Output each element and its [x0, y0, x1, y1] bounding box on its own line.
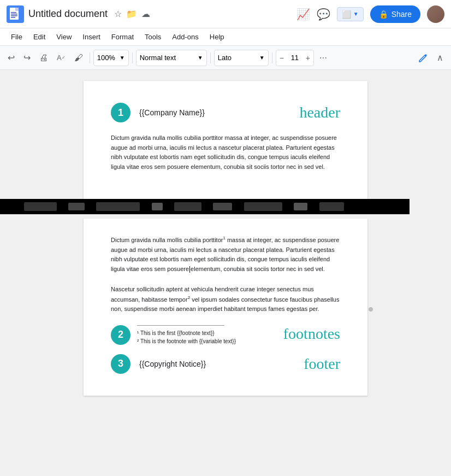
margin-dot: [369, 307, 373, 312]
title-bar: Untitled document ☆ 📁 ☁ 📈 💬 ⬜ ▼ 🔒 Share: [0, 0, 451, 28]
toolbar-divider-2: [132, 52, 133, 63]
edit-pencil-button[interactable]: [415, 50, 431, 65]
body-text-3: Nascetur sollicitudin aptent at vehicula…: [111, 285, 340, 314]
toolbar-right: ∧: [415, 50, 447, 65]
body-text-2: Dictum gravida nulla mollis cubilia port…: [111, 235, 340, 274]
toolbar-divider-4: [272, 52, 272, 63]
zoom-value: 100%: [97, 54, 115, 62]
svg-rect-3: [11, 14, 17, 15]
font-value: Lato: [218, 54, 232, 62]
footer-badge: 3: [111, 354, 130, 374]
header-badge: 1: [111, 103, 130, 122]
style-chevron: ▼: [198, 55, 203, 61]
footnote-badge-wrapper: 2 ¹ This is the first {{footnote text}} …: [111, 325, 277, 345]
share-button[interactable]: 🔒 Share: [370, 5, 420, 23]
style-select[interactable]: Normal text ▼: [136, 50, 207, 66]
footer-label: footer: [304, 355, 340, 373]
footnotes-badge: 2: [111, 325, 130, 345]
footnote-text-2: ² This is the footnote with {{variable t…: [137, 337, 277, 345]
title-icons: ☆ 📁 ☁: [114, 9, 150, 19]
more-options-button[interactable]: ⋯: [316, 51, 330, 64]
body-text-1: Dictum gravida nulla mollis cubilia port…: [111, 133, 340, 172]
redo-button[interactable]: ↪: [20, 50, 34, 65]
toolbar-divider-3: [210, 52, 211, 63]
menu-edit[interactable]: Edit: [29, 32, 50, 42]
svg-rect-1: [15, 8, 19, 11]
toolbar: ↩ ↪ 🖨 A✓ 🖌 100% ▼ Normal text ▼ Lato ▼ −…: [0, 46, 451, 70]
menu-tools[interactable]: Tools: [140, 32, 165, 42]
comment-icon-btn[interactable]: 💬: [317, 8, 330, 21]
svg-rect-4: [11, 15, 17, 16]
print-button[interactable]: 🖨: [36, 51, 51, 65]
lock-icon: 🔒: [379, 10, 388, 19]
toolbar-divider-1: [90, 52, 90, 63]
spellcheck-button[interactable]: A✓: [54, 51, 69, 64]
style-value: Normal text: [140, 54, 176, 62]
copyright-placeholder: {{Copyright Notice}}: [139, 360, 206, 368]
header-section: 1 {{Company Name}} header: [111, 103, 340, 122]
company-placeholder: {{Company Name}}: [139, 108, 205, 117]
menu-addons[interactable]: Add-ons: [168, 32, 203, 42]
zoom-chevron: ▼: [120, 55, 125, 61]
menu-file[interactable]: File: [7, 32, 27, 42]
font-select[interactable]: Lato ▼: [214, 50, 269, 66]
collapse-toolbar-button[interactable]: ∧: [434, 50, 447, 65]
footnote-content: ¹ This is the first {{footnote text}} ² …: [137, 325, 277, 345]
doc-page-2: Dictum gravida nulla mollis cubilia port…: [84, 219, 367, 395]
menu-view[interactable]: View: [52, 32, 76, 42]
avatar[interactable]: [427, 5, 444, 23]
view-chevron: ▼: [353, 11, 359, 17]
star-icon[interactable]: ☆: [114, 9, 122, 19]
footnote-divider-line: [137, 325, 224, 326]
footnote-section: 2 ¹ This is the first {{footnote text}} …: [111, 325, 340, 345]
doc-page-1: 1 {{Company Name}} header Dictum gravida…: [84, 81, 367, 199]
trend-icon-btn[interactable]: 📈: [296, 8, 310, 21]
doc-title[interactable]: Untitled document: [28, 8, 108, 20]
font-size-increase[interactable]: +: [302, 54, 313, 62]
header-label: header: [299, 104, 340, 121]
undo-button[interactable]: ↩: [4, 50, 18, 65]
footnotes-label: footnotes: [283, 325, 340, 343]
menu-help[interactable]: Help: [205, 32, 229, 42]
app-icon: [7, 5, 24, 23]
footnote-sup-1: 1: [223, 236, 225, 240]
font-size-decrease[interactable]: −: [276, 54, 287, 62]
paint-format-button[interactable]: 🖌: [71, 51, 86, 65]
zoom-select[interactable]: 100% ▼: [93, 50, 129, 66]
font-size-control: − 11 +: [276, 50, 314, 66]
footer-section: 3 {{Copyright Notice}} footer: [111, 354, 340, 374]
svg-rect-5: [11, 17, 15, 18]
view-toggle-btn[interactable]: ⬜ ▼: [337, 7, 364, 21]
share-label: Share: [391, 10, 412, 19]
view-icon: ⬜: [342, 10, 351, 19]
menu-bar: File Edit View Insert Format Tools Add-o…: [0, 28, 451, 46]
cloud-icon[interactable]: ☁: [141, 9, 150, 19]
menu-insert[interactable]: Insert: [78, 32, 105, 42]
page-break-ruler: [0, 199, 410, 214]
font-size-value[interactable]: 11: [287, 54, 302, 62]
font-chevron: ▼: [259, 55, 265, 61]
folder-icon[interactable]: 📁: [126, 9, 137, 19]
title-right: 📈 💬 ⬜ ▼ 🔒 Share: [296, 5, 444, 23]
footnote-text-1: ¹ This is the first {{footnote text}}: [137, 329, 277, 337]
menu-format[interactable]: Format: [107, 32, 138, 42]
page-area: 1 {{Company Name}} header Dictum gravida…: [0, 70, 451, 476]
svg-rect-2: [11, 12, 16, 13]
footnote-sup-2: 2: [188, 295, 190, 300]
